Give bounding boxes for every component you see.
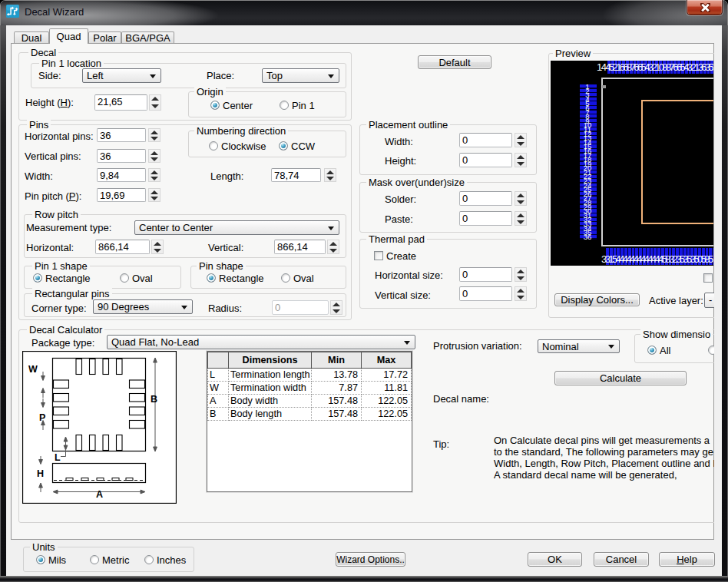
svg-text:B: B xyxy=(151,394,157,405)
svg-text:H: H xyxy=(37,468,44,479)
svg-text:A: A xyxy=(96,489,103,500)
svg-text:W: W xyxy=(28,364,38,375)
svg-text:P: P xyxy=(39,412,45,423)
svg-text:L: L xyxy=(55,452,61,463)
